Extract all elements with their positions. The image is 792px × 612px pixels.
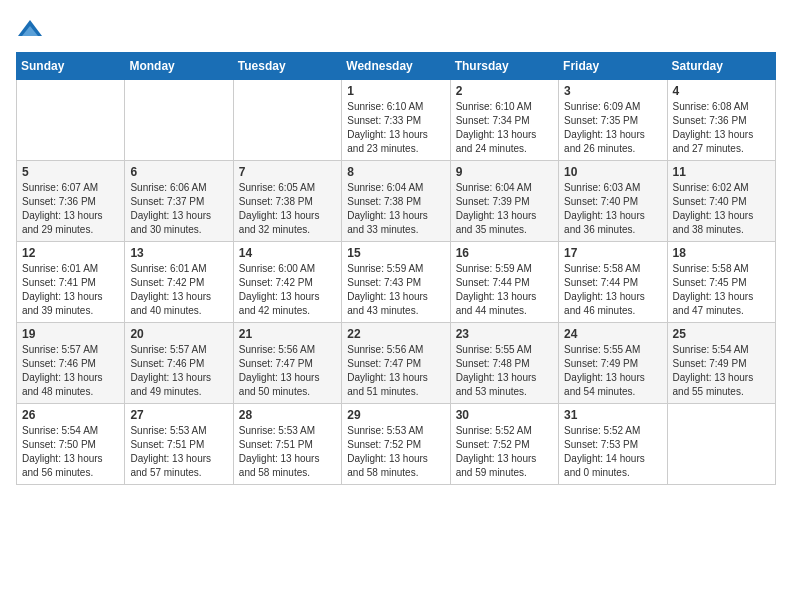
- cell-content: Sunrise: 6:08 AM Sunset: 7:36 PM Dayligh…: [673, 100, 770, 156]
- calendar-cell: 15Sunrise: 5:59 AM Sunset: 7:43 PM Dayli…: [342, 242, 450, 323]
- day-number: 2: [456, 84, 553, 98]
- day-number: 20: [130, 327, 227, 341]
- cell-content: Sunrise: 6:10 AM Sunset: 7:34 PM Dayligh…: [456, 100, 553, 156]
- calendar-week-row: 5Sunrise: 6:07 AM Sunset: 7:36 PM Daylig…: [17, 161, 776, 242]
- day-number: 29: [347, 408, 444, 422]
- day-number: 28: [239, 408, 336, 422]
- logo-icon: [16, 16, 44, 44]
- cell-content: Sunrise: 6:04 AM Sunset: 7:38 PM Dayligh…: [347, 181, 444, 237]
- cell-content: Sunrise: 6:09 AM Sunset: 7:35 PM Dayligh…: [564, 100, 661, 156]
- calendar-table: SundayMondayTuesdayWednesdayThursdayFrid…: [16, 52, 776, 485]
- day-number: 10: [564, 165, 661, 179]
- day-number: 23: [456, 327, 553, 341]
- calendar-cell: 25Sunrise: 5:54 AM Sunset: 7:49 PM Dayli…: [667, 323, 775, 404]
- logo: [16, 16, 48, 44]
- day-number: 31: [564, 408, 661, 422]
- day-header-monday: Monday: [125, 53, 233, 80]
- calendar-cell: 10Sunrise: 6:03 AM Sunset: 7:40 PM Dayli…: [559, 161, 667, 242]
- day-number: 13: [130, 246, 227, 260]
- day-number: 3: [564, 84, 661, 98]
- calendar-cell: 20Sunrise: 5:57 AM Sunset: 7:46 PM Dayli…: [125, 323, 233, 404]
- cell-content: Sunrise: 5:54 AM Sunset: 7:50 PM Dayligh…: [22, 424, 119, 480]
- day-number: 22: [347, 327, 444, 341]
- calendar-cell: 7Sunrise: 6:05 AM Sunset: 7:38 PM Daylig…: [233, 161, 341, 242]
- day-number: 4: [673, 84, 770, 98]
- cell-content: Sunrise: 5:56 AM Sunset: 7:47 PM Dayligh…: [347, 343, 444, 399]
- cell-content: Sunrise: 5:55 AM Sunset: 7:48 PM Dayligh…: [456, 343, 553, 399]
- cell-content: Sunrise: 6:04 AM Sunset: 7:39 PM Dayligh…: [456, 181, 553, 237]
- cell-content: Sunrise: 6:10 AM Sunset: 7:33 PM Dayligh…: [347, 100, 444, 156]
- calendar-cell: 18Sunrise: 5:58 AM Sunset: 7:45 PM Dayli…: [667, 242, 775, 323]
- day-number: 26: [22, 408, 119, 422]
- calendar-cell: 22Sunrise: 5:56 AM Sunset: 7:47 PM Dayli…: [342, 323, 450, 404]
- calendar-week-row: 26Sunrise: 5:54 AM Sunset: 7:50 PM Dayli…: [17, 404, 776, 485]
- cell-content: Sunrise: 6:07 AM Sunset: 7:36 PM Dayligh…: [22, 181, 119, 237]
- cell-content: Sunrise: 5:54 AM Sunset: 7:49 PM Dayligh…: [673, 343, 770, 399]
- calendar-cell: 26Sunrise: 5:54 AM Sunset: 7:50 PM Dayli…: [17, 404, 125, 485]
- cell-content: Sunrise: 6:06 AM Sunset: 7:37 PM Dayligh…: [130, 181, 227, 237]
- calendar-cell: 31Sunrise: 5:52 AM Sunset: 7:53 PM Dayli…: [559, 404, 667, 485]
- calendar-cell: 12Sunrise: 6:01 AM Sunset: 7:41 PM Dayli…: [17, 242, 125, 323]
- day-header-friday: Friday: [559, 53, 667, 80]
- cell-content: Sunrise: 5:59 AM Sunset: 7:43 PM Dayligh…: [347, 262, 444, 318]
- day-number: 15: [347, 246, 444, 260]
- day-number: 11: [673, 165, 770, 179]
- cell-content: Sunrise: 6:01 AM Sunset: 7:42 PM Dayligh…: [130, 262, 227, 318]
- calendar-cell: [17, 80, 125, 161]
- calendar-cell: 30Sunrise: 5:52 AM Sunset: 7:52 PM Dayli…: [450, 404, 558, 485]
- calendar-cell: [667, 404, 775, 485]
- calendar-cell: 8Sunrise: 6:04 AM Sunset: 7:38 PM Daylig…: [342, 161, 450, 242]
- day-header-wednesday: Wednesday: [342, 53, 450, 80]
- calendar-cell: 1Sunrise: 6:10 AM Sunset: 7:33 PM Daylig…: [342, 80, 450, 161]
- calendar-cell: [125, 80, 233, 161]
- day-header-thursday: Thursday: [450, 53, 558, 80]
- day-number: 7: [239, 165, 336, 179]
- cell-content: Sunrise: 5:57 AM Sunset: 7:46 PM Dayligh…: [22, 343, 119, 399]
- calendar-cell: 16Sunrise: 5:59 AM Sunset: 7:44 PM Dayli…: [450, 242, 558, 323]
- cell-content: Sunrise: 5:57 AM Sunset: 7:46 PM Dayligh…: [130, 343, 227, 399]
- calendar-week-row: 12Sunrise: 6:01 AM Sunset: 7:41 PM Dayli…: [17, 242, 776, 323]
- cell-content: Sunrise: 6:00 AM Sunset: 7:42 PM Dayligh…: [239, 262, 336, 318]
- page-header: [16, 16, 776, 44]
- day-header-tuesday: Tuesday: [233, 53, 341, 80]
- calendar-cell: 21Sunrise: 5:56 AM Sunset: 7:47 PM Dayli…: [233, 323, 341, 404]
- cell-content: Sunrise: 6:02 AM Sunset: 7:40 PM Dayligh…: [673, 181, 770, 237]
- day-number: 30: [456, 408, 553, 422]
- cell-content: Sunrise: 5:55 AM Sunset: 7:49 PM Dayligh…: [564, 343, 661, 399]
- day-number: 16: [456, 246, 553, 260]
- cell-content: Sunrise: 5:56 AM Sunset: 7:47 PM Dayligh…: [239, 343, 336, 399]
- day-number: 17: [564, 246, 661, 260]
- cell-content: Sunrise: 5:53 AM Sunset: 7:51 PM Dayligh…: [239, 424, 336, 480]
- day-number: 19: [22, 327, 119, 341]
- calendar-cell: 23Sunrise: 5:55 AM Sunset: 7:48 PM Dayli…: [450, 323, 558, 404]
- calendar-cell: 27Sunrise: 5:53 AM Sunset: 7:51 PM Dayli…: [125, 404, 233, 485]
- cell-content: Sunrise: 5:58 AM Sunset: 7:45 PM Dayligh…: [673, 262, 770, 318]
- cell-content: Sunrise: 5:53 AM Sunset: 7:51 PM Dayligh…: [130, 424, 227, 480]
- calendar-cell: 5Sunrise: 6:07 AM Sunset: 7:36 PM Daylig…: [17, 161, 125, 242]
- day-number: 24: [564, 327, 661, 341]
- calendar-cell: 17Sunrise: 5:58 AM Sunset: 7:44 PM Dayli…: [559, 242, 667, 323]
- calendar-cell: 13Sunrise: 6:01 AM Sunset: 7:42 PM Dayli…: [125, 242, 233, 323]
- cell-content: Sunrise: 6:03 AM Sunset: 7:40 PM Dayligh…: [564, 181, 661, 237]
- day-number: 12: [22, 246, 119, 260]
- calendar-cell: 4Sunrise: 6:08 AM Sunset: 7:36 PM Daylig…: [667, 80, 775, 161]
- day-number: 18: [673, 246, 770, 260]
- calendar-body: 1Sunrise: 6:10 AM Sunset: 7:33 PM Daylig…: [17, 80, 776, 485]
- cell-content: Sunrise: 5:59 AM Sunset: 7:44 PM Dayligh…: [456, 262, 553, 318]
- calendar-cell: 14Sunrise: 6:00 AM Sunset: 7:42 PM Dayli…: [233, 242, 341, 323]
- cell-content: Sunrise: 5:52 AM Sunset: 7:52 PM Dayligh…: [456, 424, 553, 480]
- calendar-week-row: 1Sunrise: 6:10 AM Sunset: 7:33 PM Daylig…: [17, 80, 776, 161]
- day-number: 8: [347, 165, 444, 179]
- calendar-cell: 9Sunrise: 6:04 AM Sunset: 7:39 PM Daylig…: [450, 161, 558, 242]
- day-number: 9: [456, 165, 553, 179]
- calendar-week-row: 19Sunrise: 5:57 AM Sunset: 7:46 PM Dayli…: [17, 323, 776, 404]
- cell-content: Sunrise: 5:52 AM Sunset: 7:53 PM Dayligh…: [564, 424, 661, 480]
- day-number: 5: [22, 165, 119, 179]
- day-header-sunday: Sunday: [17, 53, 125, 80]
- cell-content: Sunrise: 5:58 AM Sunset: 7:44 PM Dayligh…: [564, 262, 661, 318]
- day-number: 6: [130, 165, 227, 179]
- cell-content: Sunrise: 6:01 AM Sunset: 7:41 PM Dayligh…: [22, 262, 119, 318]
- calendar-cell: [233, 80, 341, 161]
- cell-content: Sunrise: 6:05 AM Sunset: 7:38 PM Dayligh…: [239, 181, 336, 237]
- day-number: 1: [347, 84, 444, 98]
